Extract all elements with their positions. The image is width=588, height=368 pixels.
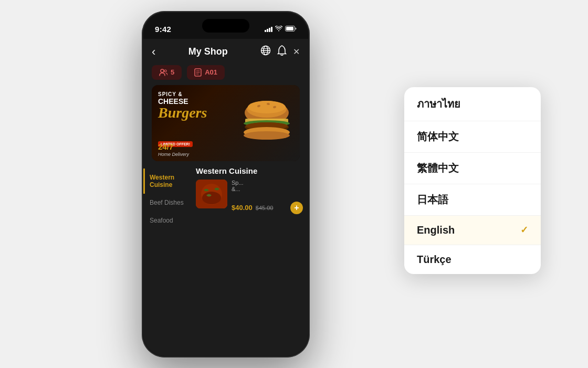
lang-label: 简体中文 bbox=[417, 130, 459, 144]
table-id-badge: A01 bbox=[187, 65, 225, 80]
banner-burgers: Burgers bbox=[158, 106, 207, 120]
lang-item-thai[interactable]: ภาษาไทย bbox=[404, 87, 541, 121]
items-list: Western Cuisine bbox=[191, 166, 308, 271]
svg-rect-1 bbox=[286, 27, 293, 30]
banner-bg: SPICY & CHEESE Burgers LIMITED OFFER! 24… bbox=[152, 85, 300, 161]
lang-label: ภาษาไทย bbox=[417, 96, 460, 112]
category-beef[interactable]: Beef Dishes bbox=[143, 194, 191, 212]
table-id: A01 bbox=[205, 68, 217, 76]
promo-banner: SPICY & CHEESE Burgers LIMITED OFFER! 24… bbox=[152, 85, 300, 161]
status-icons bbox=[265, 26, 297, 33]
guest-count-badge: 5 bbox=[152, 65, 182, 80]
categories-list: WesternCuisine Beef Dishes Seafood bbox=[143, 166, 191, 271]
category-western[interactable]: WesternCuisine bbox=[143, 169, 191, 194]
food-price-old: $45.00 bbox=[256, 205, 274, 211]
app-header: ‹ My Shop bbox=[143, 39, 308, 65]
burger-illustration bbox=[238, 89, 296, 155]
lang-label: 日本語 bbox=[417, 193, 448, 207]
phone-inner: 9:42 bbox=[143, 13, 308, 356]
table-info: 5 A01 bbox=[143, 65, 308, 85]
phone-shell: 9:42 bbox=[142, 11, 310, 358]
lang-label: Türkçe bbox=[417, 254, 452, 266]
back-button[interactable]: ‹ bbox=[152, 45, 155, 59]
wifi-icon bbox=[275, 26, 282, 33]
svg-point-4 bbox=[161, 69, 164, 72]
battery-icon bbox=[285, 26, 297, 33]
lang-item-turkish[interactable]: Türkçe bbox=[404, 245, 541, 274]
category-label: Seafood bbox=[150, 217, 173, 224]
lang-item-english[interactable]: English ✓ bbox=[404, 216, 541, 245]
language-dropdown: ภาษาไทย 简体中文 繁體中文 日本語 English ✓ Türkçe bbox=[404, 87, 541, 274]
svg-point-18 bbox=[244, 131, 290, 140]
svg-point-21 bbox=[202, 192, 221, 204]
category-seafood[interactable]: Seafood bbox=[143, 212, 191, 229]
lang-item-simplified-chinese[interactable]: 简体中文 bbox=[404, 121, 541, 153]
close-icon[interactable]: ✕ bbox=[293, 47, 300, 57]
status-time: 9:42 bbox=[155, 25, 171, 34]
food-details: Sp...&... $40.00 $45.00 + bbox=[232, 180, 303, 214]
section-title: Western Cuisine bbox=[196, 166, 303, 175]
banner-247: 24/7 bbox=[158, 142, 173, 151]
lang-label: 繁體中文 bbox=[417, 161, 459, 175]
app-screen: ‹ My Shop bbox=[143, 39, 308, 356]
lang-label: English bbox=[417, 224, 455, 236]
category-label: Beef Dishes bbox=[150, 199, 184, 206]
category-label: WesternCuisine bbox=[150, 174, 174, 188]
lang-item-japanese[interactable]: 日本語 bbox=[404, 184, 541, 216]
svg-point-9 bbox=[248, 101, 286, 113]
header-icons: ✕ bbox=[260, 45, 300, 58]
globe-icon[interactable] bbox=[260, 45, 271, 58]
selected-check-icon: ✓ bbox=[520, 224, 528, 236]
banner-delivery: Home Delivery bbox=[158, 152, 189, 157]
add-to-cart-button[interactable]: + bbox=[290, 202, 303, 214]
content-row: WesternCuisine Beef Dishes Seafood Weste… bbox=[143, 166, 308, 271]
signal-icon bbox=[265, 27, 272, 32]
svg-point-5 bbox=[164, 70, 166, 72]
dynamic-island bbox=[202, 19, 249, 33]
bell-icon[interactable] bbox=[277, 45, 287, 58]
food-image bbox=[196, 180, 227, 208]
food-price-new: $40.00 bbox=[232, 204, 253, 212]
food-price-row: $40.00 $45.00 + bbox=[232, 202, 303, 214]
scene: 9:42 bbox=[142, 11, 446, 358]
lang-item-traditional-chinese[interactable]: 繁體中文 bbox=[404, 153, 541, 184]
header-title: My Shop bbox=[188, 46, 228, 57]
food-item: Sp...&... $40.00 $45.00 + bbox=[196, 180, 303, 214]
banner-spicy: SPICY & bbox=[158, 91, 207, 97]
food-name: Sp...&... bbox=[232, 180, 303, 192]
guest-count: 5 bbox=[171, 68, 174, 76]
